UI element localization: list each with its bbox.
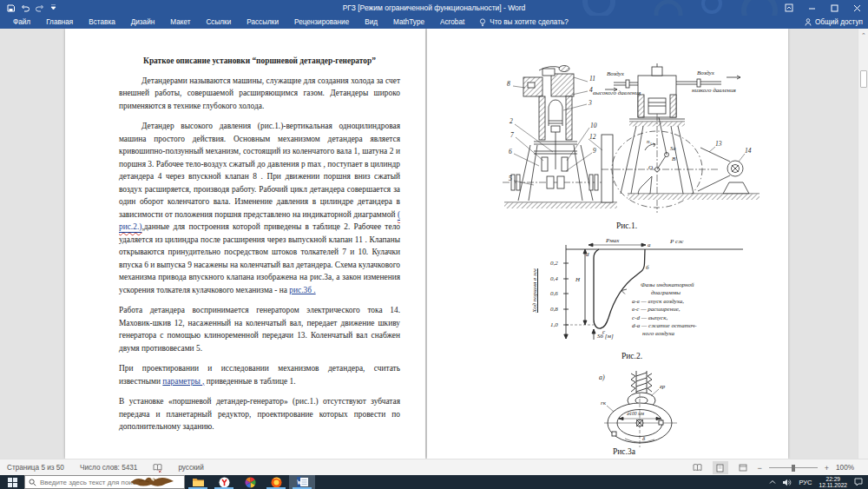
search-icon <box>29 479 36 486</box>
fig1-part-12: 12 <box>589 133 596 141</box>
page-right[interactable]: Воздух высокого давления Воздух низкого … <box>427 29 788 459</box>
page-indicator[interactable]: Страница 5 из 50 <box>7 464 64 472</box>
read-mode-button[interactable] <box>690 461 706 474</box>
ribbon-tab-row: Файл Главная Вставка Дизайн Макет Ссылки… <box>0 16 868 29</box>
tell-me-box[interactable]: Что вы хотите сделать? <box>472 18 569 27</box>
tab-references[interactable]: Ссылки <box>198 16 239 29</box>
close-button[interactable] <box>845 0 868 16</box>
fig1-n1-label: n₁ <box>647 138 652 145</box>
page-left[interactable]: Краткое описание установки “поршневой де… <box>65 29 425 459</box>
zoom-slider-thumb[interactable] <box>792 465 795 472</box>
proofing-errors-icon[interactable] <box>153 463 162 472</box>
fig2-tick-04: 0,4 <box>550 275 558 282</box>
figure-3a-cam-mechanism: а) zр rк ⌀100 мм δ <box>590 369 694 449</box>
fig2-tick-02: 0,2 <box>550 260 558 267</box>
tray-date: 12.11.2022 <box>819 482 847 489</box>
fig2-tick-08: 0,8 <box>550 306 558 313</box>
orange-circle-app-icon <box>271 477 282 488</box>
maximize-button[interactable] <box>823 0 845 16</box>
taskbar-yandex-browser-button[interactable] <box>211 475 237 489</box>
fig1-part-2: 2 <box>510 117 513 125</box>
lightbulb-icon <box>479 18 486 27</box>
hidden-icons-chevron-icon[interactable] <box>769 479 776 485</box>
document-text[interactable]: Краткое описание установки “поршневой де… <box>119 55 400 441</box>
taskbar-clock[interactable]: 22:29 12.11.2022 <box>819 476 847 489</box>
taskbar-explorer-button[interactable] <box>185 475 211 489</box>
tab-mailings[interactable]: Рассылки <box>239 16 286 29</box>
customize-qat-icon[interactable] <box>50 4 56 11</box>
speaker-icon[interactable] <box>783 479 792 486</box>
fig2-point-b: б <box>646 264 649 271</box>
person-icon <box>805 18 812 26</box>
tab-design[interactable]: Дизайн <box>123 16 163 29</box>
start-button[interactable] <box>0 475 24 489</box>
fig1-sb-label: Sв <box>670 145 676 152</box>
tray-time: 22:29 <box>819 476 847 483</box>
paragraph-work[interactable]: Работа детандера воспринимается генерато… <box>119 304 400 354</box>
vertical-scrollbar[interactable]: ⌃ <box>858 29 868 459</box>
zoom-out-button[interactable]: − <box>758 464 762 472</box>
zoom-in-button[interactable]: + <box>825 464 829 472</box>
fig2-s-label: Sб [м] <box>597 333 614 340</box>
fig1-part-4: 4 <box>589 86 593 94</box>
figure-1-caption: Рис.1. <box>616 221 637 230</box>
mosaic-app-icon <box>245 477 256 488</box>
fig2-tick-06: 0,6 <box>550 290 558 297</box>
redo-icon[interactable] <box>36 4 44 12</box>
share-label: Общий доступ <box>815 18 863 26</box>
zoom-slider[interactable] <box>769 461 818 474</box>
tab-home[interactable]: Главная <box>38 16 81 29</box>
fig1-air-right-line2: низкого давления <box>692 87 736 94</box>
word-count[interactable]: Число слов: 5431 <box>80 464 137 472</box>
zoom-level[interactable]: 100% <box>836 464 854 472</box>
document-heading[interactable]: Краткое описание установки “поршневой де… <box>119 55 400 68</box>
status-bar: Страница 5 из 50 Число слов: 5431 русски… <box>0 459 868 475</box>
tab-review[interactable]: Рецензирование <box>286 16 357 29</box>
fig1-part-6: 6 <box>509 148 512 155</box>
tab-insert[interactable]: Вставка <box>81 16 122 29</box>
link-parameters[interactable]: параметры , <box>162 377 204 386</box>
fig1-part-3: 3 <box>589 99 592 107</box>
print-layout-button[interactable] <box>713 461 728 474</box>
ribbon-display-options-button[interactable] <box>778 0 800 16</box>
fig3-delta-label: δ <box>642 435 645 442</box>
fig2-pszh-label: Р сж <box>670 238 684 245</box>
fig2-point-d: d <box>586 251 589 258</box>
fig2-pmax-label: Рмах <box>606 237 619 244</box>
tab-view[interactable]: Вид <box>357 16 385 29</box>
fig1-part-9: 9 <box>593 147 596 155</box>
taskbar-mosaic-app-button[interactable] <box>237 475 263 489</box>
tab-layout[interactable]: Макет <box>162 16 198 29</box>
tab-acrobat[interactable]: Acrobat <box>432 16 472 29</box>
fig1-part-10: 10 <box>590 122 597 129</box>
fig1-part-8: 8 <box>507 80 510 88</box>
fig1-part-14: 14 <box>745 147 752 155</box>
web-layout-button[interactable] <box>735 461 751 474</box>
paragraph-intro[interactable]: Детандерами называются машины, служащие … <box>119 75 400 113</box>
tab-file[interactable]: Файл <box>5 16 38 29</box>
fig1-o-label: О <box>648 164 653 171</box>
quick-access-toolbar <box>7 0 56 16</box>
action-center-icon[interactable] <box>854 478 863 486</box>
taskbar-word-button[interactable] <box>289 475 315 489</box>
language-indicator[interactable]: русский <box>178 464 203 472</box>
figure-1-expander-drawing: Воздух высокого давления Воздух низкого … <box>499 63 770 230</box>
paragraph-final[interactable]: В установке «поршневой детандер-генерато… <box>119 395 400 433</box>
collapse-ribbon-icon[interactable]: ⌃ <box>859 31 868 40</box>
share-button[interactable]: Общий доступ <box>805 16 863 29</box>
minimize-button[interactable] <box>800 0 823 16</box>
language-tray-indicator[interactable]: РУС <box>799 479 812 486</box>
scrollbar-thumb[interactable] <box>860 70 867 88</box>
title-bar: РГЗ [Режим ограниченной функциональности… <box>0 0 868 16</box>
undo-icon[interactable] <box>21 4 30 12</box>
save-icon[interactable] <box>7 4 15 12</box>
link-fig3b[interactable]: рис.3б . <box>289 286 315 294</box>
taskbar-orange-app-button[interactable] <box>263 475 289 489</box>
tab-mathtype[interactable]: MathType <box>385 16 432 29</box>
fig2-h-label: Н <box>575 276 580 283</box>
paragraph-main[interactable]: Детандер высокого давления (рис.1.)-верт… <box>119 120 400 296</box>
figure-3a-caption: Рис.3а <box>613 447 635 456</box>
paragraph-design[interactable]: При проектировании и исследовании механи… <box>119 362 400 387</box>
file-explorer-icon <box>193 478 204 487</box>
fig1-part-11: 11 <box>589 75 595 83</box>
